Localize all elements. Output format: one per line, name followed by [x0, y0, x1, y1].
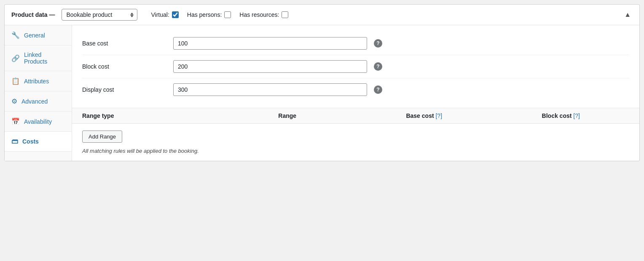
sidebar-item-general-label: General [24, 32, 45, 39]
base-cost-row: Base cost ? [82, 32, 629, 55]
wrench-icon: 🔧 [11, 31, 20, 39]
product-data-title: Product data — [11, 11, 55, 18]
range-table-section: Range type Range Base cost [?] Block cos… [72, 108, 639, 161]
has-persons-checkbox[interactable] [224, 11, 231, 18]
sidebar-item-linked-products-label: Linked Products [24, 51, 65, 65]
block-cost-input[interactable] [173, 60, 367, 73]
costs-icon: 🗃 [11, 138, 18, 145]
block-cost-help-link[interactable]: [?] [573, 112, 580, 119]
has-persons-option[interactable]: Has persons: [187, 11, 231, 18]
list-icon: 📋 [11, 77, 20, 85]
calendar-icon: 📅 [11, 117, 20, 125]
sidebar-item-costs[interactable]: 🗃 Costs [5, 132, 72, 152]
sidebar-item-advanced[interactable]: ⚙ Advanced [5, 91, 72, 112]
has-resources-checkbox[interactable] [282, 11, 288, 18]
base-cost-help-link[interactable]: [?] [435, 112, 442, 119]
collapse-button[interactable]: ▲ [623, 9, 633, 20]
base-cost-label: Base cost [82, 40, 166, 47]
display-cost-input[interactable] [173, 83, 367, 96]
has-resources-option[interactable]: Has resources: [239, 11, 288, 18]
display-cost-row: Display cost ? [82, 78, 629, 101]
sidebar-item-advanced-label: Advanced [21, 98, 48, 105]
product-data-panel: Product data — Bookable product Simple p… [4, 4, 640, 161]
base-cost-help-icon[interactable]: ? [374, 39, 382, 48]
range-table-body: Add Range All matching rules will be app… [72, 124, 639, 161]
block-cost-help-icon[interactable]: ? [374, 62, 382, 71]
display-cost-label: Display cost [82, 86, 166, 93]
virtual-label: Virtual: [151, 11, 169, 18]
main-content: Base cost ? Block cost ? Display cost ? [72, 25, 639, 161]
product-data-header: Product data — Bookable product Simple p… [5, 5, 639, 25]
sidebar-item-availability[interactable]: 📅 Availability [5, 112, 72, 132]
range-column-header: Range [219, 112, 356, 119]
sidebar-item-linked-products[interactable]: 🔗 Linked Products [5, 45, 72, 71]
base-cost-column-header: Base cost [?] [356, 112, 493, 119]
product-data-body: 🔧 General 🔗 Linked Products 📋 Attributes… [5, 25, 639, 161]
range-type-column-header: Range type [82, 112, 219, 119]
sidebar-item-availability-label: Availability [24, 118, 52, 125]
add-range-button[interactable]: Add Range [82, 130, 122, 143]
product-type-select[interactable]: Bookable product Simple product Variable… [66, 11, 134, 18]
display-cost-help-icon[interactable]: ? [374, 85, 382, 94]
base-cost-input[interactable] [173, 37, 367, 50]
link-icon: 🔗 [11, 54, 20, 62]
cost-fields: Base cost ? Block cost ? Display cost ? [72, 25, 639, 108]
has-resources-label: Has resources: [239, 11, 279, 18]
sidebar-item-attributes-label: Attributes [24, 78, 49, 85]
has-persons-label: Has persons: [187, 11, 222, 18]
product-type-select-wrapper[interactable]: Bookable product Simple product Variable… [62, 9, 137, 21]
block-cost-label: Block cost [82, 63, 166, 70]
gear-icon: ⚙ [11, 97, 17, 105]
range-table-header: Range type Range Base cost [?] Block cos… [72, 108, 639, 124]
block-cost-row: Block cost ? [82, 55, 629, 78]
sidebar-item-general[interactable]: 🔧 General [5, 25, 72, 45]
matching-rules-note: All matching rules will be applied to th… [82, 148, 629, 154]
sidebar-item-attributes[interactable]: 📋 Attributes [5, 71, 72, 91]
virtual-checkbox[interactable] [172, 11, 179, 18]
sidebar-item-costs-label: Costs [22, 138, 39, 145]
block-cost-column-header: Block cost [?] [493, 112, 630, 119]
header-options: Virtual: Has persons: Has resources: [151, 11, 288, 18]
sidebar: 🔧 General 🔗 Linked Products 📋 Attributes… [5, 25, 72, 161]
virtual-option[interactable]: Virtual: [151, 11, 178, 18]
